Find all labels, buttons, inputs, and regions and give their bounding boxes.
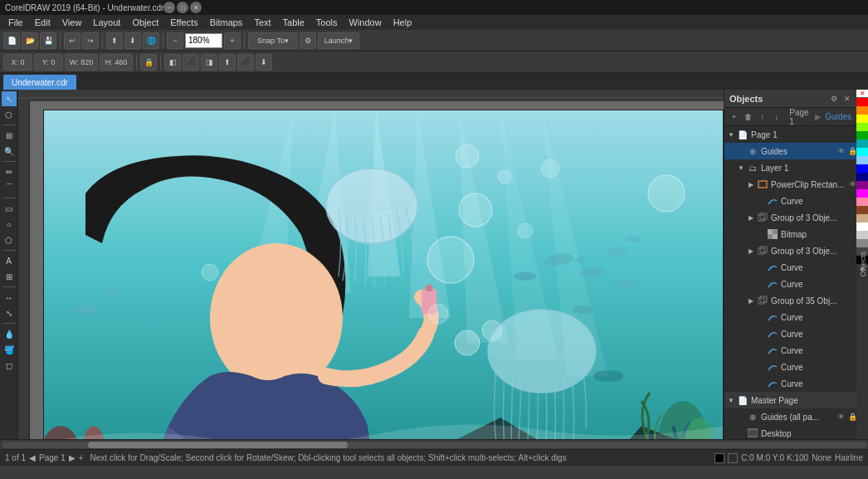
crop-tool[interactable]: ⊞	[2, 128, 17, 143]
menu-view[interactable]: View	[57, 17, 87, 28]
obj-width[interactable]: W: 820	[65, 54, 98, 71]
palette-cyan[interactable]	[856, 148, 868, 156]
menu-object[interactable]: Object	[127, 17, 163, 28]
menu-text[interactable]: Text	[249, 17, 276, 28]
palette-ltgray[interactable]	[856, 231, 868, 239]
canvas-area[interactable]: Mark Anthony J. Guzman	[18, 90, 724, 439]
tree-guides[interactable]: ⊕ Guides 👁 🔒	[724, 143, 858, 159]
polygon-tool[interactable]: ⬠	[2, 232, 17, 247]
menu-help[interactable]: Help	[388, 17, 417, 28]
menu-layout[interactable]: Layout	[88, 17, 125, 28]
fill-tool[interactable]: 🪣	[2, 342, 17, 357]
palette-lime[interactable]	[856, 123, 868, 131]
outline-tool[interactable]: ◻	[2, 358, 17, 373]
tree-powerclip[interactable]: ▶ PowerClip Rectan... 👁	[724, 176, 858, 193]
tree-master-page[interactable]: ▼ 📄 Master Page	[724, 392, 858, 408]
artwork[interactable]: Mark Anthony J. Guzman	[43, 110, 724, 439]
tree-curve3[interactable]: Curve	[724, 276, 858, 292]
lock-ratio-button[interactable]: 🔒	[140, 54, 157, 71]
menu-edit[interactable]: Edit	[30, 17, 56, 28]
tree-guides-all[interactable]: ⊕ Guides (all pa... 👁 🔒	[724, 408, 858, 425]
connector-tool[interactable]: ⤡	[2, 305, 17, 320]
align-bottom-button[interactable]: ⬇	[256, 54, 272, 71]
outline-color-swatch[interactable]	[728, 453, 738, 463]
tree-curve4[interactable]: Curve	[724, 309, 858, 325]
powerclip-arrow[interactable]: ▶	[746, 179, 756, 189]
breadcrumb-guides[interactable]: Guides	[825, 112, 851, 121]
palette-sky[interactable]	[856, 156, 868, 164]
panel-settings-button[interactable]: ⚙	[828, 93, 840, 105]
layer1-arrow[interactable]: ▼	[736, 163, 746, 173]
palette-white[interactable]	[856, 222, 868, 231]
node-tool[interactable]: ⬡	[2, 107, 17, 122]
open-button[interactable]: 📂	[22, 32, 38, 49]
menu-tools[interactable]: Tools	[311, 17, 343, 28]
zoom-out-button[interactable]: −	[167, 32, 183, 49]
tree-desktop[interactable]: Desktop	[724, 425, 858, 439]
page1-arrow[interactable]: ▼	[726, 130, 736, 139]
objects-tree[interactable]: ▼ 📄 Page 1 ⊕ Guides 👁 🔒 ▼ 🗂 Layer 1	[724, 126, 858, 439]
zoom-tool[interactable]: 🔍	[2, 144, 17, 159]
tree-layer1[interactable]: ▼ 🗂 Layer 1	[724, 159, 858, 176]
guides-all-visibility[interactable]: 👁	[835, 411, 846, 423]
palette-gray[interactable]	[856, 239, 868, 247]
page-add[interactable]: +	[79, 453, 84, 462]
rectangle-tool[interactable]: ▭	[2, 201, 17, 216]
group2-arrow[interactable]: ▶	[746, 246, 756, 256]
tree-group1[interactable]: ▶ Group of 3 Obje...	[724, 209, 858, 226]
tree-group3[interactable]: ▶ Group of 35 Obj...	[724, 292, 858, 309]
menu-file[interactable]: File	[3, 17, 28, 28]
redo-button[interactable]: ↪	[82, 32, 99, 49]
obj-position-x[interactable]: X: 0	[3, 54, 32, 71]
group1-arrow[interactable]: ▶	[746, 213, 756, 222]
selector-tool[interactable]: ↖	[2, 91, 17, 106]
eyedropper-tool[interactable]: 💧	[2, 326, 17, 341]
align-right-button[interactable]: ◨	[201, 54, 217, 71]
palette-orange[interactable]	[856, 106, 868, 115]
freehand-tool[interactable]: ✏	[2, 164, 17, 179]
align-left-button[interactable]: ◧	[164, 54, 181, 71]
align-center-button[interactable]: ⬛	[183, 54, 199, 71]
close-button[interactable]: ✕	[190, 2, 202, 13]
palette-no-fill[interactable]: ✕	[856, 90, 868, 98]
palette-brown[interactable]	[856, 206, 868, 214]
tree-bitmap[interactable]: Bitmap	[724, 226, 858, 242]
maximize-button[interactable]: □	[177, 2, 188, 13]
breadcrumb-page[interactable]: Page 1	[789, 108, 812, 126]
obj-move-down-button[interactable]: ↓	[770, 110, 783, 124]
tree-group2[interactable]: ▶ Group of 3 Obje...	[724, 242, 858, 259]
obj-height[interactable]: H: 460	[100, 54, 133, 71]
scrollbar-thumb[interactable]	[88, 442, 348, 448]
snap-to-button[interactable]: Snap To ▾	[248, 32, 298, 49]
fill-color-swatch[interactable]	[714, 453, 724, 463]
palette-tan[interactable]	[856, 214, 868, 222]
obj-add-layer-button[interactable]: +	[728, 110, 740, 124]
zoom-input[interactable]	[185, 33, 222, 48]
panel-close-button[interactable]: ✕	[841, 93, 853, 105]
options-button[interactable]: ⚙	[300, 32, 316, 49]
palette-purple[interactable]	[856, 181, 868, 189]
obj-move-up-button[interactable]: ↑	[756, 110, 768, 124]
text-tool[interactable]: A	[2, 253, 17, 268]
menu-table[interactable]: Table	[278, 17, 310, 28]
new-button[interactable]: 📄	[3, 32, 20, 49]
tree-curve7[interactable]: Curve	[724, 359, 858, 375]
launch-button[interactable]: Launch ▾	[318, 32, 359, 49]
menu-bitmaps[interactable]: Bitmaps	[205, 17, 248, 28]
page-nav-prev[interactable]: ◀	[29, 453, 36, 462]
page-nav-next[interactable]: ▶	[69, 453, 76, 462]
tree-curve5[interactable]: Curve	[724, 325, 858, 342]
menu-window[interactable]: Window	[344, 17, 387, 28]
horizontal-scrollbar[interactable]	[0, 439, 868, 449]
group3-arrow[interactable]: ▶	[746, 296, 756, 305]
objects-tab-label[interactable]: Objects	[859, 252, 867, 277]
tree-curve1[interactable]: Curve	[724, 193, 858, 209]
obj-position-y[interactable]: Y: 0	[34, 54, 63, 71]
tree-curve2[interactable]: Curve	[724, 259, 858, 276]
canvas-content[interactable]: Mark Anthony J. Guzman	[18, 101, 724, 439]
ellipse-tool[interactable]: ○	[2, 217, 17, 232]
palette-green[interactable]	[856, 131, 868, 139]
zoom-in-button[interactable]: +	[224, 32, 241, 49]
bezier-tool[interactable]: ⌒	[2, 180, 17, 195]
export-button[interactable]: ⬇	[124, 32, 141, 49]
